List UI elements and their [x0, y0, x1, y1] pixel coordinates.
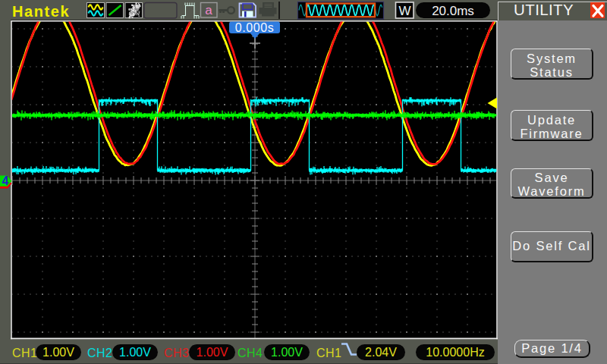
svg-text:0.000s: 0.000s — [235, 21, 275, 34]
svg-text:4: 4 — [2, 174, 9, 187]
